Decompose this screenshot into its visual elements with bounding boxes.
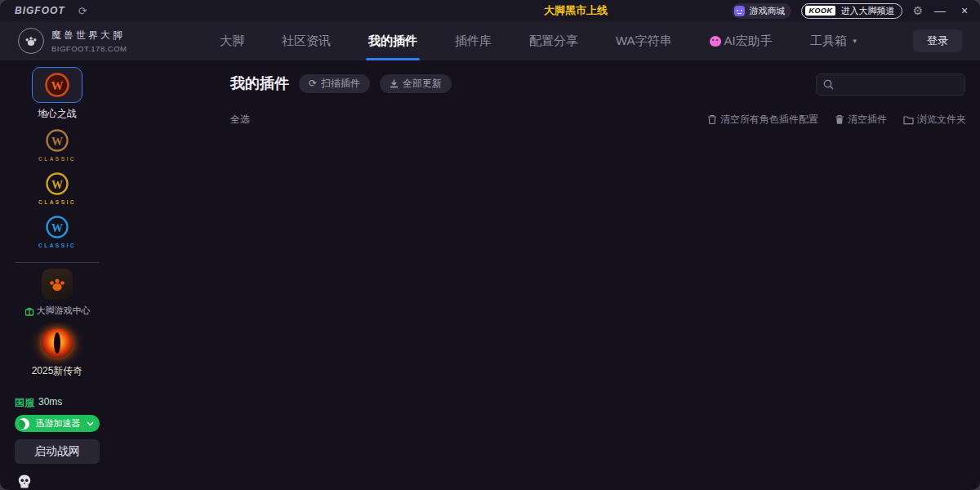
announcement-link[interactable]: 大脚黑市上线 (544, 0, 608, 21)
login-button[interactable]: 登录 (913, 29, 962, 52)
refresh-icon[interactable]: ⟳ (78, 5, 87, 17)
booster-button[interactable]: 迅游加速器 (15, 415, 100, 432)
launch-battlenet-button[interactable]: 启动战网 (15, 439, 100, 464)
game-center-button[interactable] (42, 269, 73, 300)
svg-text:CLASSIC: CLASSIC (38, 156, 76, 162)
page-title: 我的插件 (230, 74, 289, 93)
paw-icon (47, 274, 67, 294)
skull-icon[interactable] (18, 474, 31, 488)
server-ping: 30ms (38, 396, 62, 410)
logo-subtitle: BIGFOOT.178.COM (51, 44, 127, 53)
minimize-button[interactable]: — (933, 3, 947, 18)
server-region: 国服 (15, 396, 34, 410)
download-icon (390, 79, 399, 88)
game-store-button[interactable]: 游戏商城 (732, 3, 791, 19)
kook-channel-button[interactable]: KOOK 进入大脚频道 (801, 3, 902, 19)
kook-label: 进入大脚频道 (840, 5, 894, 17)
svg-text:W: W (51, 79, 64, 92)
store-label: 游戏商城 (749, 5, 785, 17)
close-button[interactable]: × (957, 3, 972, 18)
sidebar-item-classic-bronze[interactable]: W CLASSIC (28, 128, 87, 164)
tab-my-addons[interactable]: 我的插件 (350, 21, 436, 60)
booster-label: 迅游加速器 (35, 417, 81, 430)
toolbar-row: 全选 清空所有角色插件配置 清空插件 (230, 113, 966, 127)
booster-chevron-icon (87, 421, 94, 426)
folder-icon (903, 115, 914, 125)
title-bar: BIGFOOT ⟳ 大脚黑市上线 游戏商城 KOOK 进入大脚频道 ⚙ — × (0, 0, 980, 21)
paw-logo-icon (18, 28, 44, 54)
svg-text:W: W (51, 136, 63, 148)
logo-title: 魔兽世界大脚 (51, 29, 127, 42)
tab-config-share[interactable]: 配置分享 (510, 21, 597, 60)
clear-addons-link[interactable]: 清空插件 (835, 113, 887, 127)
select-all-checkbox[interactable]: 全选 (230, 113, 250, 127)
sidebar: W 地心之战 W CLASSIC W CLASSIC (0, 60, 114, 490)
titlebar-right: 游戏商城 KOOK 进入大脚频道 ⚙ — × (732, 3, 972, 19)
nav-items: 大脚 社区资讯 我的插件 插件库 配置分享 WA字符串 AI宏助手 工具箱 ▼ (201, 21, 877, 60)
update-all-button[interactable]: 全部更新 (380, 74, 452, 93)
booster-icon (18, 418, 29, 430)
tab-community-news[interactable]: 社区资讯 (263, 21, 350, 60)
sidebar-item-classic-gold[interactable]: W CLASSIC (28, 172, 87, 207)
svg-text:W: W (51, 179, 63, 191)
tab-addon-library[interactable]: 插件库 (436, 21, 510, 60)
tab-wa-string[interactable]: WA字符串 (597, 21, 691, 60)
sidebar-item-retail-wow[interactable]: W (32, 67, 82, 103)
svg-text:CLASSIC: CLASSIC (38, 243, 76, 248)
scan-addons-button[interactable]: ⟳ 扫描插件 (299, 74, 370, 93)
body-row: W 地心之战 W CLASSIC W CLASSIC (0, 60, 980, 490)
clear-all-character-configs-link[interactable]: 清空所有角色插件配置 (707, 113, 818, 127)
selected-game-label: 地心之战 (38, 107, 77, 121)
main-header: 我的插件 ⟳ 扫描插件 全部更新 (230, 74, 452, 93)
ai-blob-icon (710, 36, 721, 47)
search-icon (823, 79, 834, 90)
brand-logo: BIGFOOT (15, 5, 65, 16)
gift-icon (24, 306, 34, 316)
tab-ai-macro-helper[interactable]: AI宏助手 (691, 21, 791, 60)
browse-folder-link[interactable]: 浏览文件夹 (903, 113, 966, 127)
server-status: 国服 30ms (15, 396, 100, 410)
search-input[interactable] (816, 74, 965, 96)
settings-gear-icon[interactable]: ⚙ (912, 4, 923, 17)
legend-2025-label[interactable]: 2025新传奇 (32, 364, 83, 378)
refresh-icon: ⟳ (309, 78, 317, 89)
main-panel: 我的插件 ⟳ 扫描插件 全部更新 (114, 60, 980, 490)
store-robot-icon (734, 6, 745, 16)
eye-slit (54, 332, 60, 354)
kook-logo: KOOK (805, 6, 835, 16)
logo-text: 魔兽世界大脚 BIGFOOT.178.COM (51, 29, 127, 53)
nav-bar: 魔兽世界大脚 BIGFOOT.178.COM 大脚 社区资讯 我的插件 插件库 … (0, 21, 980, 60)
wow-retail-icon: W (43, 71, 71, 99)
right-actions: 清空所有角色插件配置 清空插件 浏览文件夹 (707, 113, 966, 127)
tab-bigfoot[interactable]: 大脚 (201, 21, 263, 60)
sidebar-divider (16, 262, 99, 263)
chevron-down-icon: ▼ (852, 38, 858, 45)
game-center-label[interactable]: 大脚游戏中心 (24, 305, 91, 317)
trash-filled-icon (835, 114, 844, 125)
app-window: BIGFOOT ⟳ 大脚黑市上线 游戏商城 KOOK 进入大脚频道 ⚙ — × … (0, 0, 980, 490)
svg-text:W: W (51, 222, 63, 234)
svg-text:CLASSIC: CLASSIC (38, 199, 76, 205)
legend-2025-icon[interactable] (34, 325, 80, 363)
tab-toolbox[interactable]: 工具箱 ▼ (791, 21, 877, 60)
app-logo: 魔兽世界大脚 BIGFOOT.178.COM (18, 28, 172, 54)
sidebar-item-classic-blue[interactable]: W CLASSIC (28, 215, 87, 251)
trash-outline-icon (707, 114, 717, 125)
